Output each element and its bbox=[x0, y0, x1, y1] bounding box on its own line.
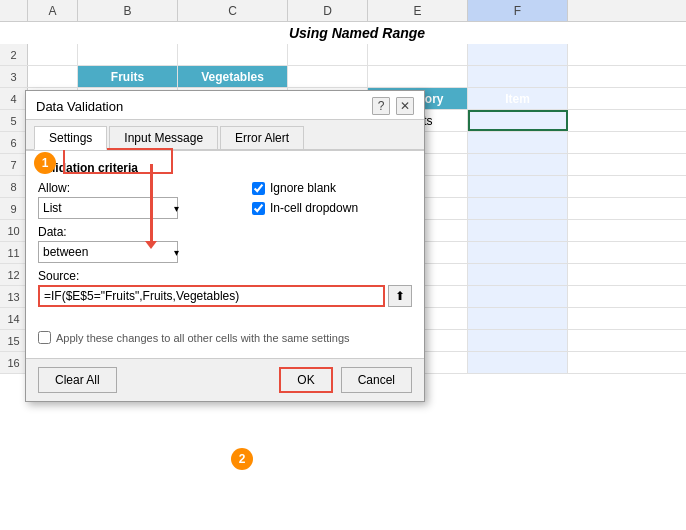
source-expand-button[interactable]: ⬆ bbox=[388, 285, 412, 307]
apply-label: Apply these changes to all other cells w… bbox=[56, 332, 350, 344]
validation-criteria-label: Validation criteria bbox=[38, 161, 412, 175]
tab-error-alert[interactable]: Error Alert bbox=[220, 126, 304, 149]
col-header-f: F bbox=[468, 0, 568, 21]
row-num-2: 2 bbox=[0, 44, 28, 65]
source-row: Source: ⬆ bbox=[38, 269, 412, 307]
col-header-c: C bbox=[178, 0, 288, 21]
tab-input-message[interactable]: Input Message bbox=[109, 126, 218, 149]
dialog-titlebar: Data Validation ? ✕ bbox=[26, 91, 424, 120]
arrow-indicator bbox=[150, 164, 153, 244]
dialog-question-button[interactable]: ? bbox=[372, 97, 390, 115]
dialog-controls: ? ✕ bbox=[372, 97, 414, 115]
apply-row: Apply these changes to all other cells w… bbox=[38, 331, 412, 344]
fruits-header-cell[interactable]: Fruits bbox=[78, 66, 178, 87]
veggies-header-cell[interactable]: Vegetables bbox=[178, 66, 288, 87]
data-select[interactable]: between bbox=[38, 241, 178, 263]
source-label: Source: bbox=[38, 269, 412, 283]
row-num-5: 5 bbox=[0, 110, 28, 131]
col-header-d: D bbox=[288, 0, 368, 21]
in-cell-dropdown-checkbox[interactable] bbox=[252, 202, 265, 215]
spreadsheet-title: Using Named Range bbox=[28, 22, 686, 44]
apply-checkbox-row: Apply these changes to all other cells w… bbox=[38, 331, 412, 344]
col-header-a: A bbox=[28, 0, 78, 21]
col-header-b: B bbox=[78, 0, 178, 21]
row-num-4: 4 bbox=[0, 88, 28, 109]
tab-settings[interactable]: Settings bbox=[34, 126, 107, 150]
item-header-cell[interactable]: Item bbox=[468, 88, 568, 109]
col-header-e: E bbox=[368, 0, 468, 21]
row-num-3: 3 bbox=[0, 66, 28, 87]
data-select-wrapper: between bbox=[38, 241, 183, 263]
apply-checkbox[interactable] bbox=[38, 331, 51, 344]
in-cell-dropdown-row: In-cell dropdown bbox=[252, 201, 412, 215]
item-value-cell[interactable] bbox=[468, 110, 568, 131]
dialog-footer: Clear All OK Cancel bbox=[26, 358, 424, 401]
in-cell-dropdown-label: In-cell dropdown bbox=[270, 201, 358, 215]
arrow-tip bbox=[145, 241, 157, 249]
data-row: Data: between bbox=[38, 225, 412, 263]
cancel-button[interactable]: Cancel bbox=[341, 367, 412, 393]
badge-1: 1 bbox=[34, 152, 56, 174]
badge-2: 2 bbox=[231, 448, 253, 470]
dialog-content: Validation criteria Allow: List Ignore b… bbox=[26, 150, 424, 358]
source-input-wrapper: ⬆ bbox=[38, 285, 412, 307]
allow-label: Allow: bbox=[38, 181, 242, 195]
clear-all-button[interactable]: Clear All bbox=[38, 367, 117, 393]
dialog-tabs: Settings Input Message Error Alert bbox=[26, 120, 424, 150]
allow-select-wrapper: List bbox=[38, 197, 183, 219]
ignore-blank-checkbox[interactable] bbox=[252, 182, 265, 195]
ignore-blank-row: Ignore blank bbox=[252, 181, 412, 195]
source-input[interactable] bbox=[38, 285, 385, 307]
data-label: Data: bbox=[38, 225, 412, 239]
dialog-title: Data Validation bbox=[36, 99, 123, 114]
upload-icon: ⬆ bbox=[395, 289, 405, 303]
dialog-body: Settings Input Message Error Alert Valid… bbox=[26, 120, 424, 401]
ignore-blank-label: Ignore blank bbox=[270, 181, 336, 195]
dialog-close-button[interactable]: ✕ bbox=[396, 97, 414, 115]
ok-button[interactable]: OK bbox=[279, 367, 332, 393]
allow-select[interactable]: List bbox=[38, 197, 178, 219]
data-validation-dialog: Data Validation ? ✕ Settings Input Messa… bbox=[25, 90, 425, 402]
